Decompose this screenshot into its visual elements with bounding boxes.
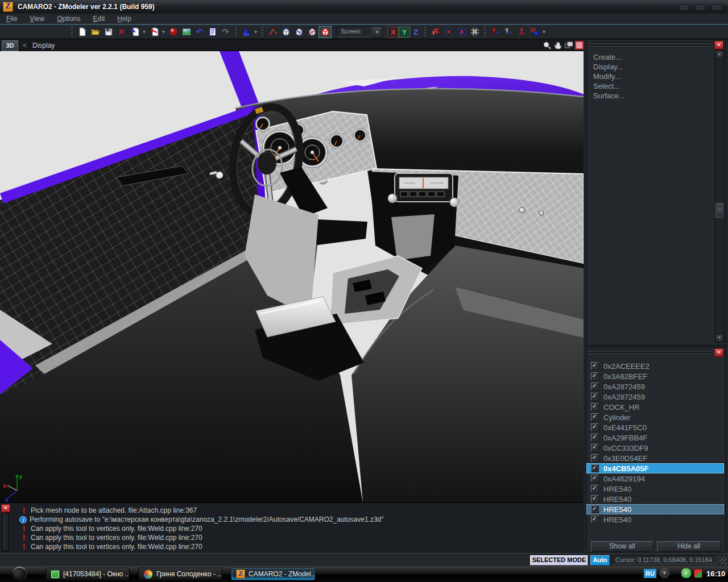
checkbox-icon[interactable]	[591, 413, 599, 421]
checkbox-icon[interactable]	[591, 393, 599, 401]
polygons-mode-icon[interactable]	[305, 26, 318, 38]
object-row[interactable]: HRE540	[586, 494, 724, 504]
3d-viewport-canvas[interactable]: x y z	[0, 51, 584, 502]
checkbox-icon[interactable]	[591, 403, 599, 411]
scale-vertex-icon[interactable]	[455, 26, 468, 38]
axis-z-button[interactable]: Z	[410, 27, 421, 38]
language-indicator[interactable]: RU	[644, 569, 656, 578]
object-row[interactable]: HRE540	[586, 484, 724, 494]
move-vertex-icon[interactable]	[442, 26, 455, 38]
weld-target-icon[interactable]	[489, 26, 502, 38]
object-row[interactable]: 0x2ACEEEE2	[586, 361, 724, 371]
views-configuration-icon[interactable]	[206, 26, 219, 38]
close-panel-icon[interactable]: ✕	[714, 41, 723, 49]
export-icon[interactable]	[147, 26, 160, 38]
object-row[interactable]: 0x4CB5A05F	[586, 463, 724, 473]
maximize-button[interactable]	[695, 5, 706, 11]
texture-browser-icon[interactable]	[180, 26, 193, 38]
scroll-down-icon[interactable]: ▼	[715, 334, 723, 342]
checkbox-icon[interactable]	[591, 485, 599, 493]
checkbox-icon[interactable]	[591, 516, 599, 523]
taskbar-clock[interactable]: 16:10	[706, 569, 725, 578]
object-row[interactable]: Cylinder	[586, 412, 724, 422]
save-icon[interactable]	[102, 26, 115, 38]
close-view-icon[interactable]	[574, 40, 584, 50]
open-file-icon[interactable]	[89, 26, 102, 38]
checkbox-icon[interactable]	[591, 434, 599, 442]
checkbox-icon[interactable]	[591, 464, 599, 472]
chevron-down-icon[interactable]: ▼	[372, 26, 382, 38]
export-dropdown-icon[interactable]: ▼	[160, 26, 167, 38]
close-log-icon[interactable]: ✕	[1, 504, 10, 513]
resize-grip[interactable]	[719, 557, 727, 564]
object-row[interactable]: 0x3A62BFEF	[586, 371, 724, 381]
checkbox-icon[interactable]	[591, 505, 599, 513]
menu-help[interactable]: Help	[111, 15, 138, 23]
redo-icon[interactable]: ↷	[219, 26, 232, 38]
axis-x-button[interactable]: X	[387, 27, 399, 38]
maximize-view-icon[interactable]	[564, 40, 573, 50]
object-row[interactable]: HRE540	[586, 504, 724, 514]
pan-icon[interactable]	[553, 40, 562, 50]
auto-toggle[interactable]: Auto	[590, 555, 610, 566]
object-row[interactable]: 0xA2872459	[586, 392, 724, 402]
commands-panel-header[interactable]: ✕	[586, 40, 725, 49]
axis-y-button[interactable]: Y	[399, 27, 410, 38]
import-dropdown-icon[interactable]: ▼	[141, 26, 147, 38]
object-row[interactable]: 0xE441F5C0	[586, 422, 724, 433]
toolbar-grip[interactable]	[71, 27, 73, 37]
toolbar-grip[interactable]	[262, 27, 263, 37]
show-all-button[interactable]: Show all	[591, 541, 653, 552]
vertices-mode-icon[interactable]	[266, 26, 279, 38]
command-display[interactable]: Display...	[593, 62, 725, 72]
primitive-dropdown-icon[interactable]: ▼	[253, 26, 259, 38]
select-claw-icon[interactable]	[429, 26, 442, 38]
weld-average-icon[interactable]	[502, 26, 515, 38]
taskbar-task-browser[interactable]: Гриня Солоденко - ...	[138, 568, 222, 580]
viewport-back-arrow[interactable]: <	[23, 41, 27, 49]
object-row[interactable]: 0xA29FBB4F	[586, 433, 724, 443]
toolbar-grip[interactable]	[235, 27, 237, 37]
new-file-icon[interactable]	[76, 26, 89, 38]
import-icon[interactable]	[128, 26, 141, 38]
bones-icon[interactable]	[515, 26, 528, 38]
scrollbar-thumb[interactable]	[715, 203, 723, 218]
checkbox-icon[interactable]	[591, 362, 599, 370]
objects-mode-icon[interactable]	[318, 26, 332, 38]
checkbox-icon[interactable]	[591, 475, 599, 483]
object-row[interactable]: 0xA4629194	[586, 473, 724, 484]
menu-file[interactable]: File	[0, 15, 23, 23]
checkbox-icon[interactable]	[591, 495, 599, 503]
command-surface[interactable]: Surface...	[593, 91, 725, 101]
minimize-button[interactable]	[679, 5, 689, 11]
object-row[interactable]: 0xA2872459	[586, 381, 724, 392]
material-editor-icon[interactable]	[167, 26, 180, 38]
log-scrollbar[interactable]	[2, 513, 9, 551]
title-bar[interactable]: Z CAMARO2 - ZModeler ver 2.2.1 (Build 95…	[0, 0, 728, 14]
objects-panel-header[interactable]: ✕	[586, 347, 725, 356]
taskbar-task-zmodeler[interactable]: Z CAMARO2 - ZModel...	[231, 568, 315, 580]
checkbox-icon[interactable]	[591, 444, 599, 452]
delete-icon[interactable]: ✕	[115, 26, 128, 38]
checkbox-icon[interactable]	[591, 383, 599, 390]
viewport-3d-tab[interactable]: 3D	[2, 40, 18, 51]
checkbox-icon[interactable]	[591, 454, 599, 462]
scroll-up-icon[interactable]: ▲	[715, 51, 723, 59]
object-row[interactable]: HRE540	[586, 514, 724, 525]
command-select[interactable]: Select...	[593, 81, 725, 91]
command-modify[interactable]: Modify...	[593, 72, 725, 81]
object-row[interactable]: COCK_HR	[586, 402, 724, 412]
expand-tray-icon[interactable]: +	[660, 568, 669, 578]
taskbar-task-messenger[interactable]: [417053484] - Окно ...	[46, 568, 130, 580]
viewport-view-name[interactable]: Display	[32, 41, 55, 49]
start-button[interactable]	[13, 567, 27, 581]
menu-edit[interactable]: Edit	[87, 15, 111, 23]
zoom-icon[interactable]	[542, 40, 552, 50]
object-row[interactable]: 0x3E0D54EF	[586, 453, 724, 463]
menu-options[interactable]: Options	[51, 15, 86, 23]
close-panel-icon[interactable]: ✕	[714, 348, 723, 357]
menu-view[interactable]: View	[23, 15, 51, 23]
hide-all-button[interactable]: Hide all	[657, 541, 721, 552]
messenger-icon[interactable]	[694, 569, 702, 578]
attach-dropdown-icon[interactable]: ▼	[541, 26, 547, 38]
